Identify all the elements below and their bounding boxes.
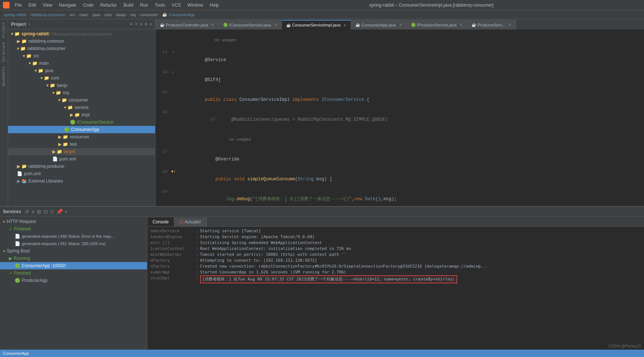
breadcrumb-rabbitmq-consumer[interactable]: rabbitmq-consumer	[31, 13, 66, 17]
left-strip: Project Structure Bookmarks	[0, 19, 8, 206]
refresh-icon[interactable]: ↺	[25, 209, 29, 215]
collapse-all-icon[interactable]: ≡	[31, 209, 34, 215]
expand-all-icon[interactable]: ⊞	[37, 209, 41, 215]
service-item-finished-2[interactable]: ✓ Finished	[0, 269, 147, 277]
tab-close-icon[interactable]: ✕	[399, 23, 402, 27]
folder-icon: ▾ 📁	[35, 68, 43, 73]
finished-icon: ✓	[9, 271, 13, 276]
folder-icon: ▾ 📁	[64, 105, 73, 110]
menu-run[interactable]: Run	[137, 2, 151, 8]
project-chevron-icon[interactable]: ▾	[28, 22, 31, 26]
consumer-app-icon: 🟢	[15, 263, 20, 268]
tab-iproducer-service[interactable]: 🟢 IProducerService.java ✕	[407, 20, 468, 29]
tree-item-pom2[interactable]: 📄 pom.xml	[8, 170, 155, 177]
tab-consumer-service-impl[interactable]: ☕ ConsumerServiceImpl.java ✕	[282, 20, 351, 29]
breadcrumb-com[interactable]: com	[104, 13, 112, 17]
breadcrumb-consumerapp[interactable]: ConsumerApp	[169, 13, 195, 17]
breadcrumb-spring-rabbit[interactable]: spring-rabbit	[4, 13, 26, 17]
library-icon: ▶ 📚	[17, 178, 27, 184]
tree-item-test[interactable]: ▶ 📁 test	[8, 141, 155, 148]
menu-tools[interactable]: Tools	[152, 2, 168, 8]
java-icon: ☕	[160, 23, 164, 27]
service-item-gen-req-61[interactable]: 📄 generated-requests | #61 Status: 200 (…	[0, 240, 147, 247]
tree-item-external-libraries[interactable]: ▶ 📚 External Libraries	[8, 177, 155, 185]
actuator-tab[interactable]: ⬡ Actuator	[174, 218, 207, 226]
tab-consumer-app[interactable]: ☕ ConsumerApp.java ✕	[351, 20, 407, 29]
service-item-spring-boot[interactable]: ♦ Spring Boot	[0, 247, 147, 255]
project-strip-label[interactable]: Project	[2, 21, 6, 39]
settings-icon[interactable]: ⚙	[145, 21, 147, 27]
tree-item-tianju[interactable]: ▾ 📁 tianju	[8, 82, 155, 89]
service-item-consumer-app[interactable]: 🟢 ConsumerApp :10002/	[0, 262, 147, 269]
pin-icon[interactable]: 📌	[56, 209, 63, 215]
app-icon: 🟢	[64, 127, 70, 132]
structure-strip-label[interactable]: Structure	[2, 40, 6, 63]
tree-item-rabbitmq-producer[interactable]: ▶ 📁 rabbitmq-producer	[8, 163, 155, 170]
tree-item-pom1[interactable]: 📄 pom.xml	[8, 155, 155, 163]
menu-code[interactable]: Code	[80, 2, 97, 8]
service-item-running[interactable]: ▶ Running	[0, 255, 147, 262]
java-icon: ☕	[472, 23, 476, 27]
tab-close-icon[interactable]: ✕	[274, 23, 277, 27]
tree-item-consumerapp[interactable]: 🟢 ConsumerApp	[8, 126, 155, 133]
actuator-icon: ⬡	[179, 219, 183, 225]
locate-icon[interactable]: ⊕	[130, 21, 133, 27]
tree-item-com[interactable]: ▾ 📁 com	[8, 74, 155, 82]
tree-item-resources[interactable]: ▶ 📁 resources	[8, 133, 155, 141]
tree-item-main[interactable]: ▾ 📁 main	[8, 60, 155, 67]
breadcrumb-mq[interactable]: mq	[130, 13, 136, 17]
bottom-content: ♦ HTTP Request ✓ Finished 📄 generated-re…	[0, 216, 644, 350]
bookmarks-strip-label[interactable]: Bookmarks	[2, 65, 6, 88]
console-tab[interactable]: Console	[147, 218, 174, 226]
tree-item-service[interactable]: ▾ 📁 service	[8, 104, 155, 111]
tree-item-spring-rabbit[interactable]: ▾ 📁 spring-rabbit D:\Myprogram\springboo…	[8, 30, 155, 38]
tree-item-iconsumerservice[interactable]: 🟢 IConsumerService	[8, 119, 155, 126]
filter-icon[interactable]: ▽	[50, 209, 54, 215]
tab-close-icon[interactable]: ✕	[211, 23, 214, 27]
window-title: spring-rabbit – ConsumerServiceImpl.java…	[222, 3, 641, 8]
breadcrumb-java[interactable]: java	[92, 13, 100, 17]
tab-producer-serv[interactable]: ☕ ProducerServ... ✕	[467, 20, 516, 29]
menu-navigate[interactable]: Navigate	[56, 2, 79, 8]
service-item-producer-app[interactable]: 🟢 ProducerApp	[0, 277, 147, 284]
breadcrumb-consumer[interactable]: consumer	[140, 13, 158, 17]
add-icon[interactable]: +	[65, 209, 68, 215]
breadcrumb-tianju[interactable]: tianju	[116, 13, 126, 17]
folder-icon: ▶ 📁	[17, 39, 27, 44]
close-panel-icon[interactable]: ✕	[150, 21, 152, 27]
collapse-icon[interactable]: ≡	[135, 21, 137, 27]
service-item-gen-req-60[interactable]: 📄 generated-requests | #60 Status: Error…	[0, 233, 147, 240]
tree-item-java[interactable]: ▾ 📁 java	[8, 67, 155, 74]
menu-help[interactable]: Help	[207, 2, 222, 8]
code-editor[interactable]: no usages 13 ✓ @Service 14 ✓ @Slf4j	[155, 30, 644, 206]
service-item-finished-1[interactable]: ✓ Finished	[0, 225, 147, 233]
menu-view[interactable]: View	[40, 2, 55, 8]
tab-producer-controller[interactable]: ☕ ProducerController.java ✕	[155, 20, 219, 29]
menu-vcs[interactable]: VCS	[169, 2, 184, 8]
service-item-http-request[interactable]: ♦ HTTP Request	[0, 218, 147, 225]
group-icon[interactable]: ⊡	[43, 209, 48, 215]
tree-item-rabbitmq-consumer[interactable]: ▾ 📁 rabbitmq-consumer	[8, 45, 155, 52]
tab-close-icon[interactable]: ✕	[343, 23, 346, 27]
breadcrumb-src[interactable]: src	[70, 13, 75, 17]
breadcrumb-main[interactable]: main	[80, 13, 88, 17]
menu-window[interactable]: Window	[185, 2, 206, 8]
folder-icon: ▶ 📁	[17, 164, 27, 169]
tab-iconsumer-service[interactable]: 🟢 IConsumerService.java ✕	[219, 20, 282, 29]
tree-item-src[interactable]: ▾ 📁 src	[8, 52, 155, 60]
tree-item-target[interactable]: ▶ 📁 target	[8, 148, 155, 155]
sort-icon[interactable]: ⇅	[140, 21, 142, 27]
tree-item-impl[interactable]: ▶ 📁 impl	[8, 111, 155, 119]
menu-build[interactable]: Build	[120, 2, 136, 8]
tab-close-icon[interactable]: ✕	[459, 23, 462, 27]
tree-item-mq[interactable]: ▾ 📁 mq	[8, 89, 155, 96]
menu-edit[interactable]: Edit	[25, 2, 39, 8]
tree-item-rabbitmq-common[interactable]: ▶ 📁 rabbitmq-common	[8, 38, 155, 45]
services-header: Services ↺ ≡ ⊞ ⊡ ▽ 📌 +	[0, 207, 644, 216]
folder-icon: ▾ 📁	[41, 75, 49, 81]
menu-refactor[interactable]: Refactor	[97, 2, 120, 8]
tab-close-icon[interactable]: ✕	[508, 23, 511, 27]
project-tree: ▾ 📁 spring-rabbit D:\Myprogram\springboo…	[8, 29, 155, 206]
menu-file[interactable]: File	[12, 2, 25, 8]
tree-item-consumer[interactable]: ▾ 📁 consumer	[8, 96, 155, 104]
